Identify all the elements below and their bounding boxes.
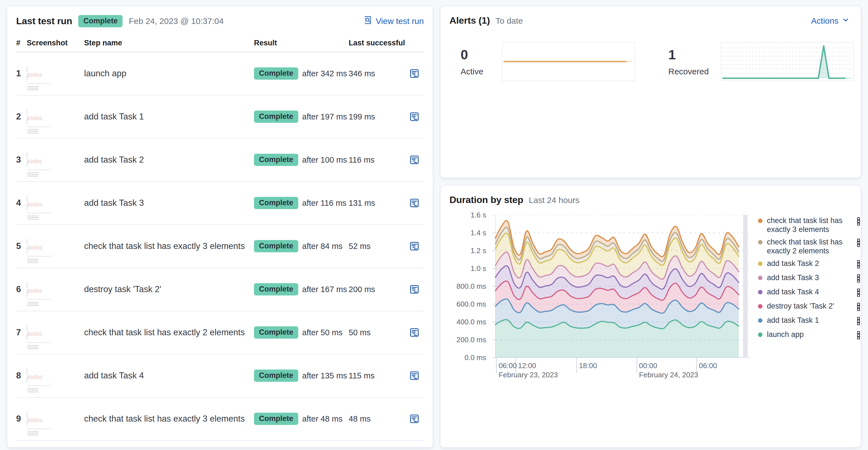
legend-item-menu-icon[interactable] <box>856 288 862 298</box>
step-detail-button[interactable] <box>407 109 422 124</box>
step-duration: after 100 ms <box>302 155 347 165</box>
step-screenshot-thumbnail[interactable]: todos <box>27 66 84 81</box>
step-detail-button[interactable] <box>407 282 422 296</box>
y-axis-tick-label: 400.0 ms <box>447 318 486 326</box>
y-axis-tick-label: 1.4 s <box>447 229 486 237</box>
last-test-run-panel: Last test run Complete Feb 24, 2023 @ 10… <box>7 6 433 448</box>
table-row: 4 todos add task Task 3 Complete after 1… <box>16 182 424 225</box>
table-row: 9 todos check that task list has exactly… <box>16 398 424 441</box>
step-screenshot-thumbnail[interactable]: todos <box>27 153 84 167</box>
step-screenshot-thumbnail[interactable]: todos <box>27 239 84 253</box>
step-detail-button[interactable] <box>407 368 422 383</box>
step-detail-button[interactable] <box>407 325 422 340</box>
step-number: 5 <box>16 241 27 251</box>
legend-item[interactable]: destroy task 'Task 2' <box>758 301 862 312</box>
legend-series-label: add task Task 2 <box>767 259 856 268</box>
step-duration: after 197 ms <box>302 112 347 121</box>
step-duration: after 135 ms <box>302 371 347 380</box>
y-axis-tick-label: 200.0 ms <box>447 335 486 344</box>
steps-table-body: 1 todos launch app Complete after 342 ms… <box>16 52 424 441</box>
legend-series-label: launch app <box>767 330 856 339</box>
step-detail-button[interactable] <box>407 239 422 253</box>
alerts-panel: Alerts (1) To date Actions 0 Active 1 <box>440 6 861 178</box>
last-test-run-timestamp: Feb 24, 2023 @ 10:37:04 <box>129 17 224 26</box>
last-test-run-title: Last test run <box>16 15 72 27</box>
y-axis-tick-label: 600.0 ms <box>447 300 486 309</box>
x-axis-tick-label: 18:00 <box>579 361 597 370</box>
legend-item[interactable]: add task Task 1 <box>758 316 862 326</box>
y-axis-tick-label: 0.0 ms <box>447 353 486 362</box>
status-badge: Complete <box>78 15 123 27</box>
step-status-badge: Complete <box>254 240 298 252</box>
step-duration: after 48 ms <box>302 414 343 423</box>
legend-item-menu-icon[interactable] <box>856 260 862 269</box>
table-row: 2 todos add task Task 1 Complete after 1… <box>16 96 424 139</box>
step-last-successful: 131 ms <box>349 198 407 208</box>
legend-series-dot <box>758 240 763 245</box>
chart-legend: check that task list has exactly 3 eleme… <box>758 216 862 344</box>
legend-item-menu-icon[interactable] <box>856 303 862 312</box>
active-alerts-sparkline <box>502 42 635 81</box>
recovered-alerts-label: Recovered <box>668 67 716 76</box>
legend-item[interactable]: check that task list has exactly 2 eleme… <box>758 237 862 255</box>
step-detail-button[interactable] <box>407 412 422 426</box>
step-screenshot-thumbnail[interactable]: todos <box>27 412 84 426</box>
duration-by-step-chart[interactable]: 0.0 ms200.0 ms400.0 ms600.0 ms800.0 ms1.… <box>450 212 853 407</box>
step-status-badge: Complete <box>254 154 298 166</box>
recovered-alerts-count: 1 <box>668 47 716 62</box>
legend-item[interactable]: add task Task 4 <box>758 287 862 298</box>
y-axis-tick-label: 1.0 s <box>447 264 486 273</box>
legend-item[interactable]: add task Task 2 <box>758 259 862 269</box>
step-name: check that task list has exactly 3 eleme… <box>84 412 254 425</box>
legend-item[interactable]: launch app <box>758 330 862 341</box>
step-duration: after 50 ms <box>302 328 343 337</box>
legend-series-dot <box>758 219 763 223</box>
step-screenshot-thumbnail[interactable]: todos <box>27 196 84 210</box>
view-test-run-label: View test run <box>376 17 424 26</box>
step-status-badge: Complete <box>254 67 298 79</box>
col-step-name: Step name <box>84 39 254 47</box>
step-number: 6 <box>16 284 27 294</box>
step-number: 4 <box>16 198 27 208</box>
legend-item[interactable]: add task Task 3 <box>758 273 862 284</box>
step-detail-button[interactable] <box>407 196 422 210</box>
legend-item-menu-icon[interactable] <box>856 274 862 284</box>
legend-series-label: add task Task 1 <box>767 316 856 325</box>
step-number: 3 <box>16 155 27 165</box>
step-screenshot-thumbnail[interactable]: todos <box>27 282 84 296</box>
step-screenshot-thumbnail[interactable]: todos <box>27 109 84 124</box>
step-detail-button[interactable] <box>407 66 422 81</box>
step-number: 1 <box>16 68 27 78</box>
legend-item[interactable]: check that task list has exactly 3 eleme… <box>758 216 862 234</box>
duration-by-step-panel: Duration by step Last 24 hours 0.0 ms200… <box>440 185 861 448</box>
step-screenshot-thumbnail[interactable]: todos <box>27 325 84 340</box>
step-detail-button[interactable] <box>407 153 422 167</box>
view-test-run-link[interactable]: View test run <box>363 15 424 27</box>
step-status-badge: Complete <box>254 369 298 382</box>
alerts-actions-button[interactable]: Actions <box>811 16 849 26</box>
legend-item-menu-icon[interactable] <box>856 331 862 341</box>
synthetics-overview-page: Last test run Complete Feb 24, 2023 @ 10… <box>0 0 868 450</box>
table-header: # Screenshot Step name Result Last succe… <box>16 35 424 52</box>
step-name: check that task list has exactly 2 eleme… <box>84 326 254 339</box>
step-screenshot-thumbnail[interactable]: todos <box>27 368 84 383</box>
step-status-badge: Complete <box>254 413 298 425</box>
recovered-alerts-sparkline <box>721 42 854 81</box>
col-num: # <box>16 39 27 47</box>
legend-item-menu-icon[interactable] <box>856 239 862 248</box>
legend-item-menu-icon[interactable] <box>856 317 862 326</box>
duration-header: Duration by step Last 24 hours <box>440 186 861 205</box>
x-axis-tick-label: 06:00 <box>699 361 717 370</box>
legend-item-menu-icon[interactable] <box>856 217 862 227</box>
legend-series-dot <box>758 318 763 323</box>
y-axis-tick-label: 800.0 ms <box>447 282 486 291</box>
step-duration: after 342 ms <box>302 69 347 78</box>
col-screenshot: Screenshot <box>27 39 84 47</box>
last-test-run-header: Last test run Complete Feb 24, 2023 @ 10… <box>16 15 424 27</box>
step-duration: after 167 ms <box>302 285 347 294</box>
recovered-alerts-stat: 1 Recovered <box>668 47 716 76</box>
table-row: 6 todos destroy task 'Task 2' Complete a… <box>16 268 424 311</box>
y-axis-tick-label: 1.6 s <box>447 211 486 219</box>
step-last-successful: 48 ms <box>349 414 407 423</box>
x-axis-tick-label: 00:00February 24, 2023 <box>639 361 698 379</box>
